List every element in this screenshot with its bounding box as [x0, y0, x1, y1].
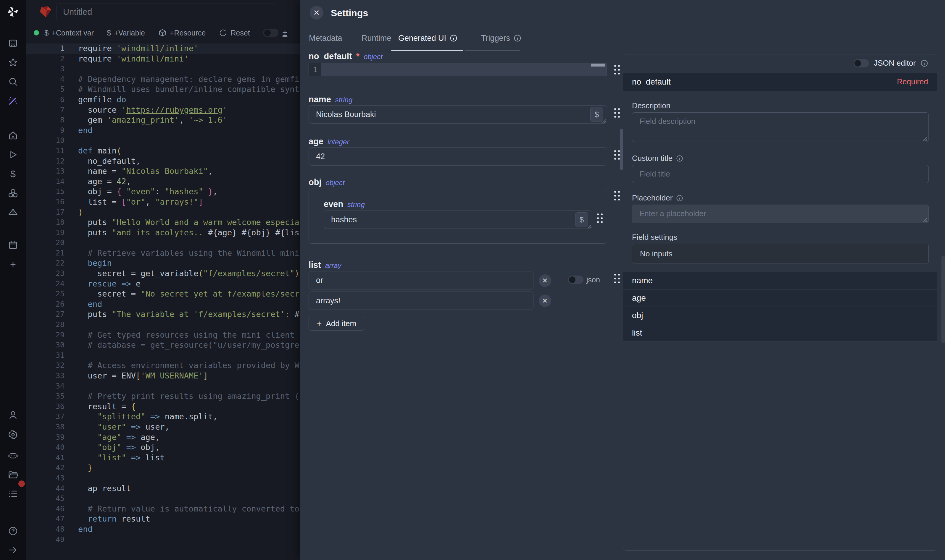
code-line[interactable]: 26 end — [26, 299, 300, 309]
arrow-right-icon[interactable] — [0, 542, 26, 558]
code-line[interactable]: 45 — [26, 494, 300, 504]
code-line[interactable]: 32 # Access environment variables provid… — [26, 360, 300, 371]
code-line[interactable]: 6gemfile do — [26, 95, 300, 105]
code-line[interactable]: 41 "list" => list — [26, 453, 300, 463]
code-line[interactable]: 34 — [26, 381, 300, 391]
plus-icon[interactable]: + — [0, 256, 26, 272]
tab-metadata[interactable]: Metadata — [309, 26, 342, 50]
resize-handle-icon[interactable] — [585, 222, 592, 229]
play-icon[interactable] — [0, 146, 26, 163]
mini-editor-scrollbar[interactable] — [591, 63, 605, 66]
code-line[interactable]: 8 gem 'amazing_print', '~> 1.6' — [26, 115, 300, 125]
code-line[interactable]: 48end — [26, 524, 300, 535]
add-resource-button[interactable]: +Resource — [158, 28, 206, 37]
code-line[interactable]: 40 "obj" => obj, — [26, 442, 300, 453]
gear-icon[interactable] — [0, 426, 26, 443]
drag-handle-icon[interactable] — [596, 212, 604, 225]
code-line[interactable]: 9end — [26, 125, 300, 136]
windmill-logo-icon[interactable] — [0, 3, 26, 20]
custom-title-input[interactable] — [632, 165, 929, 183]
remove-item-button[interactable]: ✕ — [539, 274, 551, 287]
code-line[interactable]: 15 obj = { "even": "hashes" }, — [26, 186, 300, 197]
code-line[interactable]: 29 # Get typed resources using the mini … — [26, 330, 300, 340]
code-editor[interactable]: 1require 'windmill/inline'2require 'wind… — [26, 42, 300, 560]
code-line[interactable]: 38 "user" => user, — [26, 422, 300, 432]
building-icon[interactable] — [0, 35, 26, 51]
code-line[interactable]: 22 begin — [26, 258, 300, 268]
person-icon[interactable] — [0, 407, 26, 423]
diff-toggle[interactable] — [263, 29, 278, 37]
code-line[interactable]: 4# Dependency management: declare gems i… — [26, 74, 300, 85]
code-line[interactable]: 1require 'windmill/inline' — [26, 43, 300, 54]
name-value-input[interactable] — [308, 105, 607, 124]
list-icon[interactable] — [0, 486, 26, 502]
code-line[interactable]: 36 result = { — [26, 402, 300, 412]
selected-field-row[interactable]: no_default Required — [623, 73, 937, 91]
code-line[interactable]: 10 — [26, 135, 300, 146]
code-line[interactable]: 37 "splitted" => name.split, — [26, 412, 300, 422]
add-variable-button[interactable]: $ +Variable — [107, 28, 145, 38]
code-line[interactable]: 2require 'windmill/mini' — [26, 54, 300, 64]
list-item-input[interactable] — [308, 292, 533, 310]
field-row-obj[interactable]: obj — [623, 307, 937, 325]
even-value-input[interactable] — [324, 211, 592, 229]
code-line[interactable]: 39 "age" => age, — [26, 432, 300, 443]
resize-handle-icon[interactable] — [921, 216, 927, 222]
code-area[interactable]: 1require 'windmill/inline'2require 'wind… — [26, 43, 300, 545]
placeholder-input[interactable] — [632, 205, 929, 223]
code-line[interactable]: 25 secret = "No secret yet at f/examples… — [26, 289, 300, 299]
cubes-icon[interactable] — [0, 185, 26, 202]
field-row-age[interactable]: age — [623, 289, 937, 307]
dollar-icon[interactable]: $ — [0, 166, 26, 182]
tab-triggers[interactable]: Triggers — [481, 26, 521, 50]
magic-wand-icon[interactable] — [0, 92, 26, 109]
field-row-name[interactable]: name — [623, 272, 937, 289]
help-icon[interactable] — [0, 523, 26, 539]
code-line[interactable]: 47 return result — [26, 514, 300, 524]
code-line[interactable]: 44 ap result — [26, 483, 300, 494]
resize-handle-icon[interactable] — [921, 135, 927, 142]
plus-minus-icon[interactable]: ± — [282, 28, 287, 38]
drag-handle-icon[interactable] — [613, 189, 621, 202]
code-line[interactable]: 24 rescue => e — [26, 279, 300, 289]
code-line[interactable]: 23 secret = get_variable("f/examples/sec… — [26, 268, 300, 279]
field-row-list[interactable]: list — [623, 325, 937, 342]
robot-icon[interactable] — [0, 447, 26, 464]
resize-handle-icon[interactable] — [600, 117, 606, 124]
drag-handle-icon[interactable] — [613, 148, 621, 162]
code-line[interactable]: 12 no_default, — [26, 156, 300, 166]
code-line[interactable]: 17) — [26, 207, 300, 218]
script-title-input[interactable] — [56, 3, 275, 20]
code-line[interactable]: 11def main( — [26, 146, 300, 156]
tab-generated-ui[interactable]: Generated UI — [398, 26, 458, 50]
code-line[interactable]: 31 — [26, 350, 300, 361]
code-line[interactable]: 42 } — [26, 463, 300, 473]
tab-runtime[interactable]: Runtime — [362, 26, 392, 50]
modal-scrollbar-thumb[interactable] — [942, 256, 945, 343]
drag-handle-icon[interactable] — [613, 272, 621, 285]
json-toggle[interactable] — [568, 275, 583, 284]
code-line[interactable]: 16 list = ["or", "arrays!"] — [26, 197, 300, 207]
drag-handle-icon[interactable] — [613, 63, 621, 76]
prism-icon[interactable] — [0, 204, 26, 221]
description-textarea[interactable] — [632, 112, 929, 142]
drag-handle-icon[interactable] — [613, 106, 621, 120]
list-item-input[interactable] — [308, 271, 533, 289]
age-value-input[interactable] — [308, 147, 607, 166]
code-line[interactable]: 30 # database = get_resource("u/user/my_… — [26, 340, 300, 350]
no-default-json-editor[interactable]: 1 — [308, 63, 606, 76]
code-line[interactable]: 21 # Retrieve variables using the Windmi… — [26, 248, 300, 258]
code-line[interactable]: 18 puts "Hello World and a warm welcome … — [26, 217, 300, 228]
home-icon[interactable] — [0, 127, 26, 144]
add-context-var-button[interactable]: $ +Context var — [45, 28, 94, 38]
code-line[interactable]: 49 — [26, 535, 300, 545]
code-line[interactable]: 20 — [26, 238, 300, 248]
calendar-icon[interactable] — [0, 237, 26, 253]
code-line[interactable]: 5# Windmill uses bundler/inline compatib… — [26, 84, 300, 95]
close-button[interactable]: ✕ — [310, 6, 324, 20]
code-line[interactable]: 33 user = ENV['WM_USERNAME'] — [26, 371, 300, 381]
code-line[interactable]: 43 — [26, 473, 300, 483]
code-line[interactable]: 19 puts "and its acolytes.. #{age} #{obj… — [26, 228, 300, 238]
remove-item-button[interactable]: ✕ — [539, 294, 551, 307]
code-line[interactable]: 27 puts "The variable at 'f/examples/sec… — [26, 309, 300, 320]
